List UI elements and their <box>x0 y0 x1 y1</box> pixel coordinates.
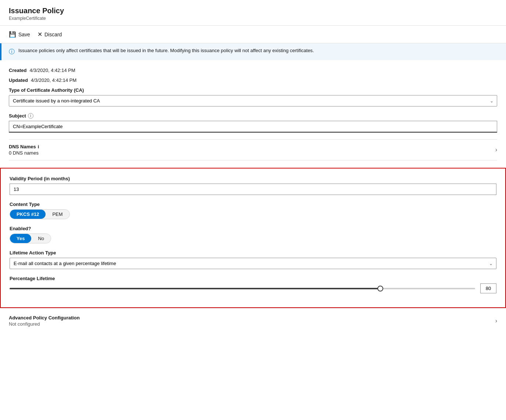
dns-left: DNS Names i 0 DNS names <box>9 144 39 156</box>
enabled-label: Enabled? <box>10 226 496 231</box>
dns-names-row[interactable]: DNS Names i 0 DNS names › <box>9 139 497 160</box>
content-type-label: Content Type <box>10 202 496 207</box>
ca-type-field: Type of Certificate Authority (CA) Certi… <box>9 87 497 106</box>
created-row: Created 4/3/2020, 4:42:14 PM <box>9 68 497 73</box>
slider-container <box>10 285 475 292</box>
percentage-lifetime-slider[interactable] <box>10 288 475 289</box>
dns-chevron-right-icon: › <box>495 146 497 153</box>
dns-info-icon[interactable]: i <box>38 144 39 149</box>
updated-row: Updated 4/3/2020, 4:42:14 PM <box>9 77 497 83</box>
ca-type-select[interactable]: Certificate issued by a non-integrated C… <box>9 95 497 106</box>
validity-field: Validity Period (in months) <box>10 176 496 195</box>
updated-label: Updated <box>9 77 28 83</box>
advanced-status: Not configured <box>9 321 80 327</box>
info-banner: ⓘ Issuance policies only affect certific… <box>0 43 506 60</box>
updated-value: 4/3/2020, 4:42:14 PM <box>31 77 76 83</box>
created-label: Created <box>9 68 26 73</box>
advanced-policy-row[interactable]: Advanced Policy Configuration Not config… <box>0 308 506 333</box>
dns-count: 0 DNS names <box>9 150 39 156</box>
percentage-lifetime-value-input[interactable] <box>480 283 496 293</box>
subject-input[interactable] <box>9 121 497 133</box>
save-button[interactable]: 💾 Save <box>9 29 30 39</box>
advanced-left: Advanced Policy Configuration Not config… <box>9 315 80 327</box>
subject-label: Subject i <box>9 113 497 119</box>
percentage-lifetime-field: Percentage Lifetime <box>10 276 496 293</box>
enabled-toggle-group: Yes No <box>10 233 51 243</box>
lifetime-action-label: Lifetime Action Type <box>10 250 496 256</box>
highlighted-section: Validity Period (in months) Content Type… <box>0 168 506 308</box>
percentage-lifetime-label: Percentage Lifetime <box>10 276 496 281</box>
validity-input[interactable] <box>10 184 496 195</box>
slider-row <box>10 283 496 293</box>
form-area: Created 4/3/2020, 4:42:14 PM Updated 4/3… <box>0 60 506 168</box>
lifetime-action-select[interactable]: E-mail all contacts at a given percentag… <box>10 258 496 269</box>
enabled-field: Enabled? Yes No <box>10 226 496 243</box>
save-icon: 💾 <box>9 31 16 38</box>
page-header: Issuance Policy ExampleCertificate <box>0 0 506 26</box>
lifetime-action-field: Lifetime Action Type E-mail all contacts… <box>10 250 496 269</box>
subject-info-icon[interactable]: i <box>28 113 33 119</box>
ca-type-label: Type of Certificate Authority (CA) <box>9 87 497 93</box>
ca-type-select-wrapper: Certificate issued by a non-integrated C… <box>9 95 497 106</box>
content-type-pem-button[interactable]: PEM <box>46 210 69 219</box>
info-icon: ⓘ <box>9 48 15 56</box>
discard-icon: ✕ <box>37 31 42 38</box>
content-type-toggle-group: PKCS #12 PEM <box>10 209 70 219</box>
enabled-no-button[interactable]: No <box>31 234 51 243</box>
info-text: Issuance policies only affect certificat… <box>18 48 314 53</box>
discard-label: Discard <box>44 32 62 37</box>
advanced-chevron-right-icon: › <box>495 318 497 324</box>
enabled-yes-button[interactable]: Yes <box>10 234 31 243</box>
content-type-pkcs12-button[interactable]: PKCS #12 <box>10 210 46 219</box>
lifetime-action-select-wrapper: E-mail all contacts at a given percentag… <box>10 258 496 269</box>
content-type-field: Content Type PKCS #12 PEM <box>10 202 496 219</box>
discard-button[interactable]: ✕ Discard <box>37 29 62 39</box>
advanced-title: Advanced Policy Configuration <box>9 315 80 321</box>
page-title: Issuance Policy <box>9 7 497 15</box>
validity-label: Validity Period (in months) <box>10 176 496 181</box>
save-label: Save <box>18 32 30 37</box>
toolbar: 💾 Save ✕ Discard <box>0 26 506 43</box>
dns-title: DNS Names i <box>9 144 39 149</box>
page-subtitle: ExampleCertificate <box>9 16 497 21</box>
created-value: 4/3/2020, 4:42:14 PM <box>29 68 75 73</box>
subject-field: Subject i <box>9 113 497 133</box>
